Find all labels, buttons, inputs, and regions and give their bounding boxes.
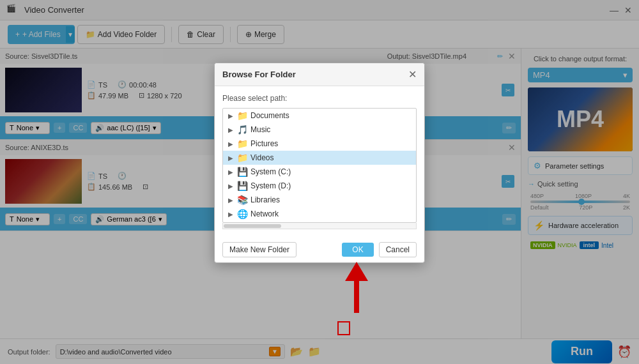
tree-label-pictures: Pictures [250,139,278,148]
dialog-footer: Make New Folder OK Cancel [215,237,424,262]
red-highlight-box [337,321,350,335]
tree-item-videos[interactable]: ▶ 📁 Videos [223,151,416,165]
tree-item-system-d[interactable]: ▶ 💾 System (D:) [223,179,416,193]
dialog-body: Please select path: ▶ 📁 Documents ▶ 🎵 Mu… [215,86,424,237]
folder-icon-documents: 📁 [237,110,248,121]
tree-arrow-pictures: ▶ [228,140,235,148]
tree-label-videos: Videos [250,153,273,162]
tree-arrow-system-d: ▶ [228,183,235,190]
tree-label-system-c: System (C:) [250,167,291,176]
red-arrow-indicator [345,262,368,313]
folder-icon-pictures: 📁 [237,139,248,149]
tree-item-pictures[interactable]: ▶ 📁 Pictures [223,137,416,151]
tree-label-music: Music [250,125,270,134]
tree-arrow-music: ▶ [228,126,235,133]
tree-arrow-videos: ▶ [228,155,235,162]
dialog-title: Browse For Folder [222,70,296,79]
modal-overlay: Browse For Folder ✕ Please select path: … [0,0,639,364]
folder-icon-libraries: 📚 [237,195,248,205]
dialog-cancel-button[interactable]: Cancel [379,242,417,257]
browse-folder-dialog: Browse For Folder ✕ Please select path: … [214,63,425,263]
red-arrow-shaft [354,281,359,313]
tree-item-libraries[interactable]: ▶ 📚 Libraries [223,193,416,207]
drive-icon-d: 💾 [237,181,248,191]
red-arrow-head [345,262,368,281]
tree-arrow-documents: ▶ [228,112,235,119]
tree-label-libraries: Libraries [250,195,280,204]
tree-item-system-c[interactable]: ▶ 💾 System (C:) [223,165,416,179]
drive-icon-c: 💾 [237,167,248,177]
dialog-close-button[interactable]: ✕ [408,68,417,80]
tree-item-network[interactable]: ▶ 🌐 Network [223,207,416,221]
tree-item-documents[interactable]: ▶ 📁 Documents [223,109,416,123]
dialog-instruction: Please select path: [222,94,417,103]
tree-label-network: Network [250,209,279,218]
tree-label-system-d: System (D:) [250,181,291,190]
folder-icon-videos: 📁 [237,153,248,163]
music-icon: 🎵 [237,125,248,135]
tree-scrollbar-horizontal[interactable] [222,223,417,229]
network-icon: 🌐 [237,209,248,219]
dialog-ok-button[interactable]: OK [342,243,373,257]
tree-arrow-libraries: ▶ [228,197,235,204]
tree-arrow-system-c: ▶ [228,169,235,176]
tree-label-documents: Documents [250,111,289,120]
tree-item-music[interactable]: ▶ 🎵 Music [223,123,416,137]
tree-arrow-network: ▶ [228,211,235,218]
make-new-folder-button[interactable]: Make New Folder [222,242,296,257]
folder-tree[interactable]: ▶ 📁 Documents ▶ 🎵 Music ▶ 📁 Pictures [222,108,417,223]
h-scroll-thumb [224,224,281,228]
dialog-title-bar: Browse For Folder ✕ [215,63,424,86]
